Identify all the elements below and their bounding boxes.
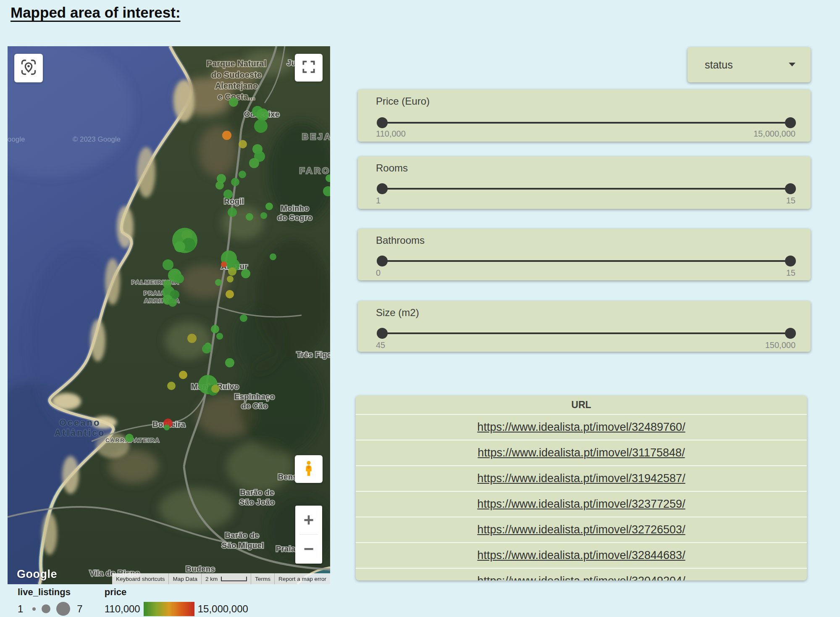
terms-link[interactable]: Terms: [251, 573, 274, 584]
map-label: do Sudoeste: [211, 70, 262, 79]
listing-marker[interactable]: [223, 190, 233, 199]
listing-marker[interactable]: [239, 140, 247, 148]
bathrooms-slider-max: 15: [786, 268, 795, 278]
price-slider-track[interactable]: [382, 122, 790, 124]
price-slider-handle-max[interactable]: [785, 117, 796, 128]
listing-marker[interactable]: [241, 269, 250, 278]
listing-marker[interactable]: [167, 382, 176, 390]
report-map-error-link[interactable]: Report a map error: [274, 573, 330, 584]
listing-url-link[interactable]: https://www.idealista.pt/imovel/32726503…: [477, 523, 685, 536]
map-label: do Sogro: [277, 213, 312, 222]
size-filter-panel: Size (m2) 45 150,000: [358, 301, 811, 352]
listing-marker[interactable]: [265, 203, 273, 210]
map-label: São João: [239, 498, 275, 506]
listing-marker[interactable]: [249, 158, 259, 168]
listing-marker[interactable]: [211, 325, 219, 333]
listing-marker[interactable]: [179, 371, 187, 379]
map-label: de Cão: [241, 401, 268, 410]
table-row: https://www.idealista.pt/imovel/32377259…: [356, 491, 807, 517]
pegman-icon: [300, 460, 317, 478]
listing-marker[interactable]: [125, 434, 134, 442]
listing-marker[interactable]: [270, 253, 276, 260]
listing-marker[interactable]: [202, 344, 211, 353]
size-slider-handle-min[interactable]: [377, 328, 388, 339]
listing-marker[interactable]: [227, 276, 234, 282]
listing-marker[interactable]: [256, 108, 269, 121]
map-attribution-bar: Keyboard shortcuts Map Data 2 km Terms R…: [112, 573, 330, 584]
map-label: Atlântico: [54, 427, 105, 438]
price-slider-label: Price (Euro): [376, 95, 430, 107]
map-label: Barão de: [225, 531, 259, 540]
listing-url-link[interactable]: https://www.idealista.pt/imovel/32489760…: [477, 421, 685, 434]
rooms-slider-handle-max[interactable]: [785, 183, 796, 194]
size-slider-label: Size (m2): [376, 307, 419, 319]
price-legend-min: 110,000: [105, 603, 140, 615]
listing-marker[interactable]: [215, 181, 224, 190]
url-table-body: https://www.idealista.pt/imovel/32489760…: [356, 414, 807, 580]
listing-marker[interactable]: [239, 171, 246, 178]
bathrooms-slider-handle-min[interactable]: [377, 256, 388, 266]
rooms-slider-min: 1: [376, 196, 381, 206]
listing-marker[interactable]: [175, 274, 184, 283]
table-row: https://www.idealista.pt/imovel/32489760…: [356, 414, 807, 440]
listing-marker[interactable]: [216, 333, 223, 340]
rooms-slider-track[interactable]: [382, 188, 790, 190]
map-data-link[interactable]: Map Data: [168, 573, 201, 584]
listing-marker[interactable]: [221, 261, 227, 267]
listing-url-link[interactable]: https://www.idealista.pt/imovel/32049204…: [477, 575, 685, 580]
listing-url-link[interactable]: https://www.idealista.pt/imovel/32377259…: [477, 498, 685, 511]
zoom-out-button[interactable]: −: [295, 535, 322, 563]
listing-marker[interactable]: [164, 425, 170, 430]
listing-marker[interactable]: [254, 119, 268, 133]
price-legend: price 110,000 15,000,000: [105, 587, 248, 616]
map-label: FARO: [299, 166, 330, 175]
rooms-slider-max: 15: [786, 196, 795, 206]
listing-url-link[interactable]: https://www.idealista.pt/imovel/31942587…: [477, 472, 685, 485]
map-label: Praia: [276, 544, 296, 553]
status-dropdown[interactable]: status: [688, 47, 811, 82]
fullscreen-button[interactable]: [295, 54, 323, 82]
size-legend-title: live_listings: [18, 587, 83, 598]
map-label: Moinho: [281, 204, 309, 213]
select-area-button[interactable]: [14, 54, 43, 82]
listing-marker[interactable]: [211, 385, 220, 393]
bathrooms-slider-track[interactable]: [382, 260, 790, 262]
listing-marker[interactable]: [168, 298, 177, 307]
listing-marker[interactable]: [228, 208, 237, 217]
table-row: https://www.idealista.pt/imovel/31175848…: [356, 440, 807, 465]
keyboard-shortcuts-link[interactable]: Keyboard shortcuts: [112, 573, 168, 584]
price-legend-title: price: [105, 587, 248, 598]
map-scale-bar: [221, 577, 247, 581]
listing-marker[interactable]: [226, 290, 234, 298]
listing-marker[interactable]: [174, 241, 185, 252]
listing-url-link[interactable]: https://www.idealista.pt/imovel/31175848…: [478, 446, 685, 459]
google-logo[interactable]: Google: [17, 568, 57, 581]
size-slider-handle-max[interactable]: [785, 328, 796, 339]
zoom-in-button[interactable]: +: [295, 506, 322, 534]
listing-marker[interactable]: [225, 358, 234, 367]
listing-marker[interactable]: [260, 212, 267, 219]
size-slider-max: 150,000: [765, 340, 795, 350]
rooms-slider-handle-min[interactable]: [377, 183, 388, 194]
listing-marker[interactable]: [228, 267, 236, 276]
listing-marker[interactable]: [215, 279, 222, 286]
listing-marker[interactable]: [246, 213, 253, 221]
size-slider-track[interactable]: [382, 332, 790, 334]
listing-url-link[interactable]: https://www.idealista.pt/imovel/32844683…: [477, 549, 685, 562]
url-table: URL https://www.idealista.pt/imovel/3248…: [356, 396, 807, 580]
pegman-button[interactable]: [295, 455, 323, 483]
listing-marker[interactable]: [222, 131, 231, 140]
map-canvas[interactable]: Parque Naturaldo SudoesteAlentejanoe Cos…: [8, 46, 330, 584]
listing-marker[interactable]: [163, 259, 173, 270]
listing-marker[interactable]: [231, 178, 239, 186]
listing-marker[interactable]: [229, 98, 238, 107]
listing-marker[interactable]: [187, 334, 197, 343]
url-table-header: URL: [356, 396, 807, 414]
size-legend-dot-large: [56, 602, 70, 616]
fullscreen-icon: [301, 59, 317, 76]
listing-marker[interactable]: [240, 314, 247, 322]
select-area-pin-icon: [19, 58, 38, 78]
bathrooms-slider-handle-max[interactable]: [785, 256, 796, 266]
price-slider-handle-min[interactable]: [377, 117, 388, 128]
map-label: Três Figo: [297, 350, 330, 359]
